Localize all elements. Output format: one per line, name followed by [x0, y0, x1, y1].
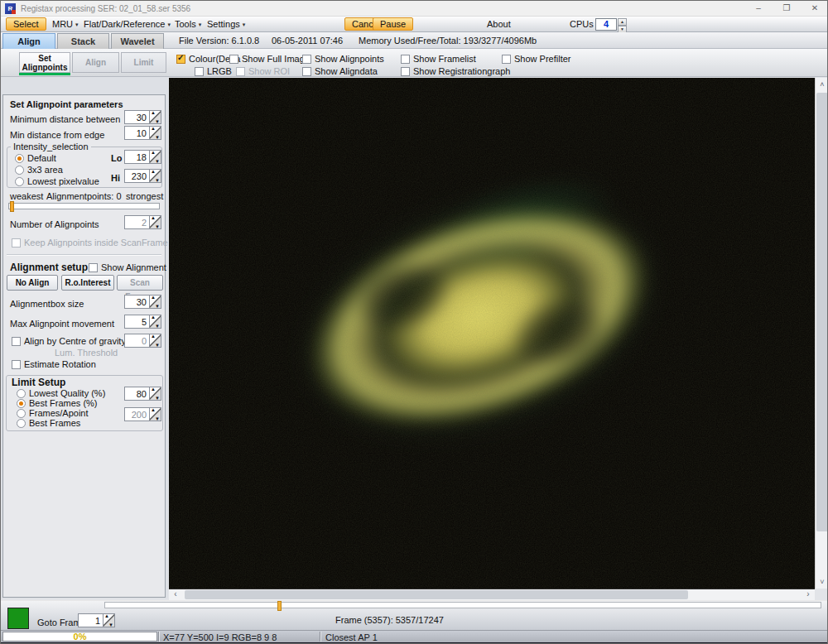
status-separator	[158, 632, 159, 642]
hi-value[interactable]: 230	[124, 169, 149, 183]
spinner-updown-icon[interactable]: ▲▼	[149, 387, 161, 401]
frame-slider-thumb[interactable]	[277, 601, 282, 611]
panel-heading: Set Alignpoint parameters	[10, 99, 123, 109]
image-preview-area[interactable]	[169, 78, 815, 589]
quality-value[interactable]: 80	[124, 387, 149, 401]
subtab-align[interactable]: Align	[72, 52, 119, 73]
dropdown-icon: ▾	[199, 22, 202, 27]
dropdown-icon: ▾	[75, 22, 79, 27]
menu-settings[interactable]: Settings▾	[207, 19, 245, 29]
tab-stack[interactable]: Stack	[57, 33, 109, 49]
edge-distance-value[interactable]: 10	[124, 126, 149, 140]
menu-flat-dark-reference[interactable]: Flat/Dark/Reference▾	[84, 19, 171, 29]
cpus-spinner-icon[interactable]: ▲▼	[618, 18, 627, 31]
checkbox-show-aligndata[interactable]: ✓ Show Aligndata	[302, 66, 378, 76]
spinner-updown-icon[interactable]: ▲▼	[149, 215, 161, 229]
radio-3x3-area[interactable]: 3x3 area	[15, 165, 63, 175]
radio-lowest-pixelvalue[interactable]: Lowest pixelvalue	[15, 176, 99, 186]
max-movement-value[interactable]: 5	[124, 315, 149, 329]
checkbox-icon: ✓	[12, 360, 21, 369]
spinner-updown-icon[interactable]: ▲▼	[149, 110, 161, 124]
subtab-limit[interactable]: Limit	[121, 52, 166, 73]
tab-align[interactable]: Align	[2, 33, 55, 49]
min-distance-value[interactable]: 30	[124, 110, 149, 124]
app-logo-icon: R	[5, 3, 16, 14]
spinner-updown-icon[interactable]: ▲▼	[149, 150, 161, 164]
intensity-selection-title: Intensity_selection	[11, 142, 91, 151]
maximize-icon[interactable]: ❐	[779, 2, 794, 14]
horizontal-scrollbar-thumb[interactable]	[185, 590, 688, 599]
spinner-updown-icon[interactable]: ▲▼	[149, 295, 161, 309]
radio-frames-apoint[interactable]: Frames/Apoint	[17, 408, 89, 418]
num-alignpoints-value[interactable]: 2	[124, 215, 149, 229]
checkbox-icon: ✓	[302, 67, 311, 76]
vertical-scrollbar[interactable]: ˄ ˅	[815, 78, 828, 589]
menu-mru[interactable]: MRU▾	[52, 19, 79, 29]
no-align-button[interactable]: No Align	[7, 275, 58, 291]
radio-icon	[17, 389, 26, 398]
close-icon[interactable]: ✕	[807, 2, 822, 14]
progress-indicator: 0%	[2, 632, 157, 642]
alignmentbox-size-value[interactable]: 30	[124, 295, 149, 309]
window-title: Registax processing SER: 02_01_58.ser 53…	[21, 4, 190, 13]
scroll-up-icon[interactable]: ˄	[816, 78, 828, 91]
radio-lowest-quality[interactable]: Lowest Quality (%)	[17, 388, 105, 398]
roi-button[interactable]: R.o.Interest	[61, 275, 114, 291]
dropdown-icon: ▾	[243, 22, 246, 27]
frame-slider[interactable]	[104, 602, 821, 608]
quality-spinner: 80 ▲▼	[124, 387, 161, 401]
spinner-updown-icon[interactable]: ▲▼	[149, 334, 161, 348]
radio-icon	[15, 166, 24, 175]
checkbox-show-full-image[interactable]: ✓ Show Full Image	[229, 54, 310, 64]
scroll-down-icon[interactable]: ˅	[816, 575, 828, 589]
radio-default[interactable]: Default	[15, 153, 56, 163]
tab-wavelet[interactable]: Wavelet	[111, 33, 164, 49]
menu-about[interactable]: About	[487, 19, 511, 29]
spinner-updown-icon[interactable]: ▲▼	[103, 613, 115, 627]
checkbox-show-prefilter[interactable]: ✓ Show Prefilter	[502, 54, 570, 64]
active-subtab-underline	[19, 73, 70, 75]
app-logo-letter: R	[8, 5, 13, 12]
lo-value[interactable]: 18	[124, 150, 149, 164]
checkbox-show-alignpoints[interactable]: ✓ Show Alignpoints	[302, 54, 384, 64]
intensity-slider-thumb[interactable]	[10, 201, 14, 212]
cog-threshold-value[interactable]: 0	[124, 334, 149, 348]
panel-divider	[7, 254, 161, 256]
spinner-updown-icon[interactable]: ▲▼	[149, 407, 161, 421]
checkbox-show-registrationgraph[interactable]: ✓ Show Registrationgraph	[401, 66, 510, 76]
checkbox-show-alignment[interactable]: ✓ Show Alignment	[89, 262, 166, 272]
frames-spinner: 200 ▲▼	[124, 407, 161, 421]
alignmentbox-size-spinner: 30 ▲▼	[124, 295, 161, 309]
minimize-icon[interactable]: –	[751, 2, 766, 14]
hi-spinner: 230 ▲▼	[124, 169, 161, 183]
vertical-scrollbar-thumb[interactable]	[816, 93, 828, 531]
pause-button[interactable]: Pause	[373, 17, 413, 31]
radio-icon	[17, 419, 26, 428]
frame-counter-label: Frame (5357): 5357/17247	[335, 615, 444, 625]
horizontal-scrollbar[interactable]: ‹ ›	[169, 589, 815, 600]
left-column: Set Alignpoint parameters Minimum distan…	[1, 77, 168, 598]
alignpoint-parameters-panel: Set Alignpoint parameters Minimum distan…	[2, 94, 166, 598]
cursor-coords-text: X=77 Y=500 I=9 RGB=8 9 8	[163, 632, 277, 642]
checkbox-icon: ✓	[236, 67, 245, 76]
goto-frame-value[interactable]: 1	[78, 613, 103, 627]
frames-value[interactable]: 200	[124, 407, 149, 421]
checkbox-show-framelist[interactable]: ✓ Show Framelist	[401, 54, 476, 64]
radio-best-frames[interactable]: Best Frames	[17, 418, 80, 428]
checkbox-icon: ✓	[12, 238, 21, 248]
checkbox-estimate-rotation[interactable]: ✓ Estimate Rotation	[12, 359, 96, 369]
subtab-set-alignpoints[interactable]: Set Alignpoints	[19, 52, 70, 73]
checkbox-align-by-centre-of-gravity[interactable]: ✓ Align by Centre of gravity	[12, 336, 126, 346]
cpus-value-field[interactable]: 4	[595, 18, 617, 31]
spinner-updown-icon[interactable]: ▲▼	[149, 315, 161, 329]
scroll-right-icon[interactable]: ›	[802, 589, 815, 600]
intensity-slider[interactable]	[8, 203, 160, 209]
status-color-indicator	[7, 608, 29, 629]
radio-best-frames-pct[interactable]: Best Frames (%)	[17, 398, 98, 408]
spinner-updown-icon[interactable]: ▲▼	[149, 169, 161, 183]
spinner-updown-icon[interactable]: ▲▼	[149, 126, 161, 140]
checkbox-lrgb[interactable]: ✓ LRGB	[195, 66, 232, 76]
menu-tools[interactable]: Tools▾	[175, 19, 201, 29]
select-button[interactable]: Select	[6, 17, 46, 31]
scroll-left-icon[interactable]: ‹	[169, 589, 182, 600]
